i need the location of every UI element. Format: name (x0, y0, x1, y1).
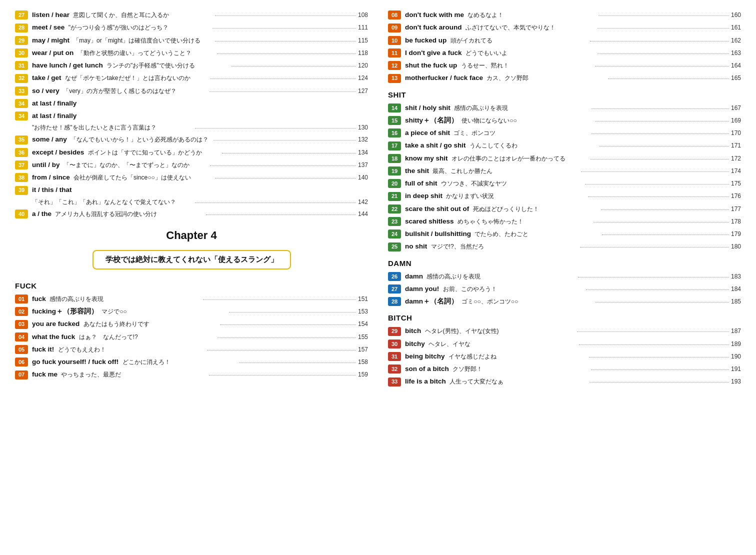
list-item: 34at last / finally (15, 111, 368, 121)
entry-text-wrap: take a shit / go shit うんこしてくるわ171 (405, 140, 741, 150)
entries-group-top: 27listen / hear 意図して聞くか、自然と耳に入るか10828mee… (15, 10, 368, 108)
entry-number: 27 (388, 284, 401, 294)
entry-title: damn (405, 272, 423, 282)
entry-subtitle: お前、このやろう！ (441, 284, 584, 294)
list-item: 32son of a bitch クソ野郎！191 (388, 364, 741, 374)
entry-number: 12 (388, 61, 401, 70)
entry-title: being bitchy (405, 352, 445, 362)
entry-text-wrap: damn 感情の高ぶりを表現183 (405, 272, 741, 282)
entry-number: 28 (388, 297, 401, 306)
list-item: 29may / might 「may」or「might」は確信度合いで使い分ける… (15, 36, 368, 46)
entry-page: 127 (358, 86, 368, 96)
entry-number: 08 (388, 10, 401, 20)
entry-text-wrap: scare the shit out of 死ぬほどびっくりした！177 (405, 204, 741, 214)
list-item: 04what the fuck はぁ？ なんだって!?155 (15, 332, 368, 342)
damn-entries: 26damn 感情の高ぶりを表現18327damn you! お前、このやろう！… (388, 272, 741, 307)
entry-text-wrap: wear / put on 「動作と状態の違い」ってどういうこと？118 (32, 48, 368, 58)
entry-dots (222, 153, 356, 154)
entry-page: 132 (358, 135, 368, 144)
entry-title: take a shit / go shit (405, 140, 466, 150)
entry-number: 13 (388, 74, 401, 83)
entry-page: 108 (358, 10, 368, 20)
entry-title: some / any (32, 134, 67, 144)
entry-title: except / besides (32, 148, 84, 158)
entry-subtitle: マジで!?、当然だろ (429, 242, 578, 251)
entry-title: fuck me (32, 370, 58, 380)
entry-page: 158 (358, 358, 368, 366)
entry-page: 120 (358, 61, 368, 70)
entry-title: scared shitless (405, 216, 454, 226)
entry-dots (217, 54, 356, 54)
shit-header: SHIT (388, 90, 741, 99)
entry-title: full of shit (405, 178, 438, 188)
chapter-title: Chapter 4 (15, 229, 368, 242)
list-item: 11I don't give a fuck どうでもいいよ163 (388, 48, 741, 58)
entry-dots (596, 121, 729, 122)
list-item: 01fuck 感情の高ぶりを表現151 (15, 294, 368, 304)
entry-dots (598, 28, 729, 28)
entry-title: the shit (405, 166, 429, 176)
entry-note: "お待たせ！感"を出したいときに言う言葉は？130 (32, 124, 368, 132)
entry-title: damn＋（名詞） (405, 296, 458, 306)
list-item: 38from / since 会社が倒産してたら「since○○」は使えない14… (15, 172, 368, 182)
list-item: 39it / this / that (15, 185, 368, 195)
entry-dots (220, 324, 356, 325)
entry-page: 179 (731, 230, 741, 238)
entry-dots (596, 302, 729, 302)
entry-page: 144 (358, 210, 368, 218)
entry-text-wrap: in deep shit かなりまずい状況176 (405, 191, 741, 201)
left-column: 27listen / hear 意図して聞くか、自然と耳に入るか10828mee… (15, 10, 368, 390)
list-item: 17take a shit / go shit うんこしてくるわ171 (388, 140, 741, 150)
entry-page: 172 (731, 154, 741, 163)
entry-subtitle: クソ野郎！ (451, 364, 589, 374)
entry-number: 31 (388, 352, 401, 361)
entry-title: scare the shit out of (405, 204, 469, 214)
entry-number: 30 (15, 48, 28, 58)
entry-title: damn you! (405, 284, 439, 294)
entry-title: listen / hear (32, 10, 70, 20)
entry-subtitle: どうでもええわ！ (56, 345, 205, 354)
entry-page: 174 (731, 166, 741, 176)
entry-dots (212, 28, 356, 28)
entry-dots (601, 210, 729, 210)
entry-page: 111 (358, 23, 368, 32)
entry-number: 22 (388, 204, 401, 214)
entry-text-wrap: at last / finally (32, 98, 368, 108)
entry-title: meet / see (32, 22, 64, 32)
entry-dots (580, 247, 729, 248)
bitch-entries: 29bitch ヘタレ(男性)、イヤな(女性)18730bitchy ヘタレ、イ… (388, 326, 741, 386)
entry-number: 05 (15, 345, 28, 354)
entry-number: 06 (15, 358, 28, 366)
entry-text-wrap: you are fucked あなたはもう終わりです154 (32, 319, 368, 329)
entry-title: go fuck yourself! / fuck off! (32, 357, 118, 367)
entry-text-wrap: no shit マジで!?、当然だろ180 (405, 242, 741, 252)
list-item: 12shut the fuck up うるせー、黙れ！164 (388, 60, 741, 70)
entry-text-wrap: bitchy ヘタレ、イヤな189 (405, 339, 741, 349)
chapter-subtitle: 学校では絶対に教えてくれない「使えるスラング」 (92, 250, 291, 270)
list-item: 28meet / see "がっつり会う感"が強いのはどっち？111 (15, 22, 368, 32)
entry-dots (590, 159, 729, 160)
entry-page: 190 (731, 352, 741, 361)
entry-title: wear / put on (32, 48, 74, 58)
entry-number: 32 (15, 74, 28, 83)
entry-text-wrap: shitty＋（名詞） 使い物にならない○○169 (405, 116, 741, 126)
list-item: 22scare the shit out of 死ぬほどびっくりした！177 (388, 204, 741, 214)
right-column: 08don't fuck with me なめるなよ！16009don't fu… (388, 10, 741, 390)
entry-subtitle: 「なんでもいいから！」という必死感があるのは？ (69, 135, 212, 144)
entry-title: life is a bitch (405, 376, 446, 386)
list-item: 19the shit 最高、これしか勝たん174 (388, 166, 741, 176)
entry-title: shut the fuck up (405, 60, 457, 70)
entry-note: 「それ」「これ」「あれ」なんとなくで覚えてない？142 (32, 198, 368, 206)
list-item: 21in deep shit かなりまずい状況176 (388, 191, 741, 201)
entry-page: 118 (358, 48, 368, 58)
entry-page: 155 (358, 332, 368, 342)
entry-page: 153 (358, 307, 368, 316)
list-item: 33life is a bitch 人生って大変だなぁ193 (388, 376, 741, 386)
entry-dots (214, 140, 356, 140)
chapter-box: Chapter 4 学校では絶対に教えてくれない「使えるスラング」 (15, 229, 368, 270)
entry-subtitle: ポイントは「すでに知っている」かどうか (86, 148, 220, 157)
note-text-wrap: 「それ」「これ」「あれ」なんとなくで覚えてない？142 (32, 198, 368, 206)
entry-text-wrap: so / very 「very」の方が堅苦しく感じるのはなぜ？127 (32, 86, 368, 96)
entry-title: so / very (32, 86, 60, 96)
entry-number: 03 (15, 320, 28, 329)
